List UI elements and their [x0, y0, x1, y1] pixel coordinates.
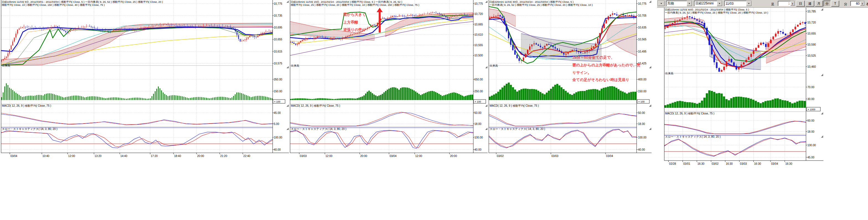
time-axis-label: 02/28 — [669, 162, 676, 165]
panel-4-chart-area[interactable] — [664, 8, 806, 160]
price-axis-label: 10,720 — [474, 12, 483, 15]
volume-axis-label: 400.00 — [638, 78, 647, 81]
pane-resize-handle-icon[interactable] — [286, 105, 289, 107]
time-axis-label: 03/03 — [551, 154, 558, 157]
price-axis-label: 10,655 — [807, 32, 816, 35]
volume-axis-label: 150.00 — [274, 90, 282, 93]
time-axis-label: 03/01 — [683, 162, 690, 165]
time-axis-label: 16:30 — [754, 162, 761, 165]
price-axis-label: 10,635 — [638, 26, 647, 29]
volume-multiplier-label: × 1000 — [808, 108, 815, 111]
time-axis-label: 18:40 — [174, 154, 181, 157]
volume-axis-label: 30.00 — [807, 98, 814, 101]
time-axis-label: 16:30 — [785, 162, 792, 165]
time-axis-label: 21:20 — [220, 154, 227, 157]
volume-axis-label: 250.00 — [474, 90, 483, 93]
price-axis-label: 10,775 — [638, 2, 647, 5]
price-axis-label: 10,500 — [474, 54, 483, 57]
pane-resize-handle-icon[interactable] — [821, 136, 823, 138]
time-axis-label: 16:30 — [698, 162, 705, 165]
price-axis-label: 10,720 — [807, 21, 816, 24]
macd-axis-label: 5.00 — [274, 122, 279, 125]
stoch-axis-label: 45.00 — [807, 156, 814, 159]
time-axis-label: 14:40 — [120, 154, 127, 157]
price-axis-label: 10,575 — [274, 62, 282, 65]
time-axis-label: 20:00 — [361, 154, 367, 157]
stoch-axis-label: 100.00 — [274, 136, 282, 139]
pane-resize-handle-icon[interactable] — [485, 128, 488, 130]
pane-resize-handle-icon[interactable] — [649, 105, 651, 107]
pane-resize-handle-icon[interactable] — [286, 66, 289, 68]
pane-resize-handle-icon[interactable] — [649, 1, 651, 3]
panel-2-chart-area[interactable] — [290, 0, 473, 153]
pane-resize-handle-icon[interactable] — [485, 1, 488, 3]
pane-resize-handle-icon[interactable] — [485, 105, 488, 107]
macd-axis-label: 50.00 — [474, 111, 481, 114]
price-axis-label: 10,705 — [638, 14, 647, 17]
price-axis-label: 10,655 — [274, 38, 282, 41]
pane-resize-handle-icon[interactable] — [821, 74, 823, 76]
volume-multiplier-label: × 100 — [638, 100, 645, 103]
price-axis-label: 10,665 — [474, 23, 483, 26]
volume-multiplier-label: × 100 — [475, 100, 481, 103]
price-axis-label: 10,615 — [274, 50, 282, 53]
panel-3-chart-area[interactable] — [489, 0, 637, 153]
stoch-axis-label: 40.00 — [638, 148, 645, 151]
pane-resize-handle-icon[interactable] — [649, 66, 651, 68]
pane-resize-handle-icon[interactable] — [821, 8, 823, 10]
time-axis-label: 03/02 — [712, 162, 718, 165]
volume-multiplier-label: × 100 — [274, 100, 280, 103]
price-axis-label: 10,775 — [274, 2, 282, 5]
time-axis-label: 20:00 — [197, 154, 204, 157]
price-axis-label: 10,775 — [474, 2, 483, 5]
time-axis-label: 12:00 — [326, 154, 333, 157]
price-axis-label: 10,565 — [638, 38, 647, 41]
macd-axis-label: 50.00 — [638, 111, 645, 114]
price-axis-label: 10,525 — [807, 54, 816, 57]
time-axis-label: 12:00 — [415, 154, 422, 157]
price-axis-label: 10,785 — [807, 10, 816, 13]
stoch-axis-label: 100.00 — [474, 136, 483, 139]
time-axis-label: 03/04 — [390, 154, 396, 157]
time-axis-label: 03/04 — [606, 154, 613, 157]
price-axis-label: 10,610 — [474, 33, 483, 36]
volume-axis-label: 150.00 — [638, 90, 647, 93]
stoch-axis-label: 100.00 — [807, 144, 816, 147]
macd-axis-label: 18.00 — [638, 122, 645, 125]
time-axis-label: 13:20 — [95, 154, 101, 157]
price-axis-label: 10,460 — [807, 65, 816, 68]
price-axis-label: 10,555 — [474, 44, 483, 47]
chart-canvas: 10,77510,73510,69510,65510,61510,575350.… — [0, 0, 868, 220]
pane-resize-handle-icon[interactable] — [286, 128, 289, 130]
pane-resize-handle-icon[interactable] — [286, 1, 289, 3]
stoch-axis-label: 40.00 — [274, 148, 281, 151]
macd-axis-label: 60.00 — [807, 119, 814, 122]
time-axis-label: 03/04 — [771, 162, 778, 165]
macd-axis-label: 18.00 — [807, 130, 814, 133]
time-axis-label: 20:00 — [450, 154, 457, 157]
pane-resize-handle-icon[interactable] — [649, 128, 651, 130]
volume-axis-label: 350.00 — [274, 78, 282, 81]
stoch-axis-label: 40.00 — [474, 148, 481, 151]
time-axis-label: 10:40 — [42, 154, 49, 157]
stoch-axis-label: 100.00 — [638, 136, 647, 139]
price-axis-label: 10,735 — [274, 14, 282, 17]
macd-axis-label: 45.00 — [274, 111, 281, 114]
time-axis-label: 03/02 — [497, 154, 504, 157]
time-axis-label: 03/04 — [10, 154, 17, 157]
time-axis-label: 12:00 — [68, 154, 75, 157]
time-axis-label: 16:30 — [726, 162, 733, 165]
panel-1-chart-area[interactable] — [1, 0, 273, 153]
macd-axis-label: 18.00 — [474, 122, 481, 125]
pane-resize-handle-icon[interactable] — [485, 66, 488, 68]
time-axis-label: 03/03 — [300, 154, 307, 157]
price-axis-label: 10,495 — [638, 50, 647, 53]
volume-axis-label: 650.00 — [474, 78, 483, 81]
volume-axis-label: 70.00 — [807, 86, 814, 89]
time-axis-label: 03/03 — [740, 162, 747, 165]
price-axis-label: 10,590 — [807, 43, 816, 46]
pane-resize-handle-icon[interactable] — [821, 112, 823, 114]
time-axis-label: 17:20 — [151, 154, 158, 157]
time-axis-label: 22:40 — [243, 154, 250, 157]
price-axis-label: 10,695 — [274, 26, 282, 29]
